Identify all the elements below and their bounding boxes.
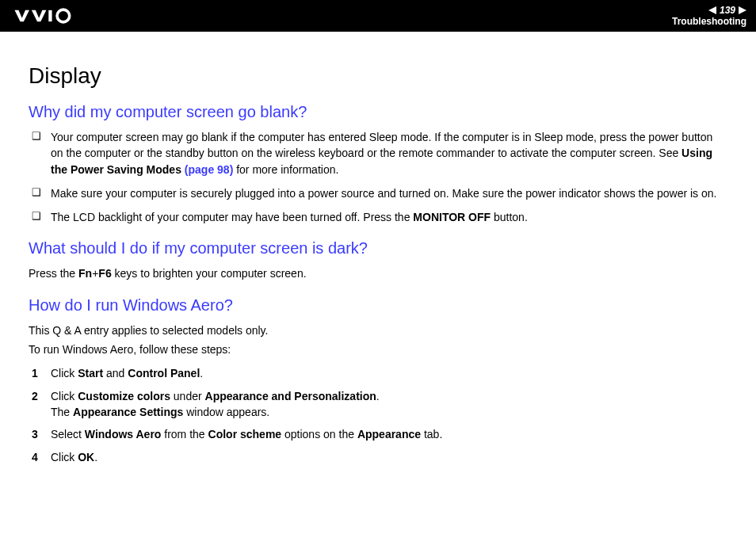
prev-page-icon[interactable] <box>708 6 716 14</box>
q3-intro2: To run Windows Aero, follow these steps: <box>29 341 727 357</box>
header-right: 139 Troubleshooting <box>672 5 746 28</box>
q2-body: Press the Fn+F6 keys to brighten your co… <box>29 265 727 281</box>
list-item: Click OK. <box>29 449 727 465</box>
list-item: Click Start and Control Panel. <box>29 365 727 381</box>
list-item: Select Windows Aero from the Color schem… <box>29 426 727 442</box>
q3-steps: Click Start and Control Panel. Click Cus… <box>29 365 727 464</box>
page-link[interactable]: (page 98) <box>185 163 233 176</box>
q3-intro1: This Q & A entry applies to selected mod… <box>29 322 727 338</box>
page-nav: 139 <box>672 5 746 16</box>
list-item: The LCD backlight of your computer may h… <box>29 209 727 225</box>
q3-heading: How do I run Windows Aero? <box>29 296 727 315</box>
section-label: Troubleshooting <box>672 16 746 27</box>
q2-heading: What should I do if my computer screen i… <box>29 239 727 257</box>
content: Display Why did my computer screen go bl… <box>0 32 756 487</box>
q1-list: Your computer screen may go blank if the… <box>29 129 727 225</box>
vaio-logo <box>10 8 97 24</box>
page-title: Display <box>29 63 727 89</box>
header-bar: 139 Troubleshooting <box>0 0 756 32</box>
svg-rect-0 <box>48 10 52 21</box>
list-item: Make sure your computer is securely plug… <box>29 185 727 201</box>
svg-point-1 <box>57 10 70 22</box>
q1-heading: Why did my computer screen go blank? <box>29 103 727 121</box>
list-item: Click Customize colors under Appearance … <box>29 388 727 421</box>
next-page-icon[interactable] <box>739 6 746 14</box>
list-item: Your computer screen may go blank if the… <box>29 129 727 177</box>
page-number: 139 <box>720 5 735 16</box>
